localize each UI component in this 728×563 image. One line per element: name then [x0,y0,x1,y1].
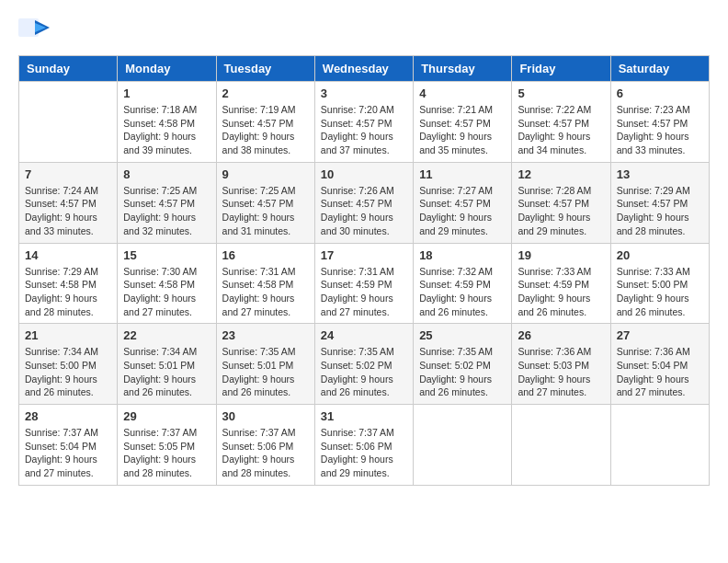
day-info: Sunrise: 7:21 AMSunset: 4:57 PMDaylight:… [419,103,506,157]
day-header-thursday: Thursday [414,56,512,82]
day-info: Sunrise: 7:37 AMSunset: 5:06 PMDaylight:… [321,426,407,480]
calendar-header-row: SundayMondayTuesdayWednesdayThursdayFrid… [19,56,710,82]
calendar-cell: 14Sunrise: 7:29 AMSunset: 4:58 PMDayligh… [19,243,118,324]
day-info: Sunrise: 7:26 AMSunset: 4:57 PMDaylight:… [321,184,407,238]
calendar-cell: 19Sunrise: 7:33 AMSunset: 4:59 PMDayligh… [512,243,610,324]
day-info: Sunrise: 7:22 AMSunset: 4:57 PMDaylight:… [518,103,604,157]
day-info: Sunrise: 7:19 AMSunset: 4:57 PMDaylight:… [222,103,309,157]
calendar-cell: 1Sunrise: 7:18 AMSunset: 4:58 PMDaylight… [118,82,216,163]
day-number: 1 [123,86,210,100]
day-number: 16 [222,248,309,262]
calendar-cell: 28Sunrise: 7:37 AMSunset: 5:04 PMDayligh… [19,405,118,486]
calendar-cell: 11Sunrise: 7:27 AMSunset: 4:57 PMDayligh… [414,162,512,243]
day-info: Sunrise: 7:35 AMSunset: 5:01 PMDaylight:… [222,345,309,399]
day-info: Sunrise: 7:23 AMSunset: 4:57 PMDaylight:… [617,103,703,157]
calendar-cell: 22Sunrise: 7:34 AMSunset: 5:01 PMDayligh… [118,324,216,405]
page-header [18,18,710,46]
day-header-tuesday: Tuesday [216,56,314,82]
day-number: 25 [419,328,506,342]
calendar-week-row: 7Sunrise: 7:24 AMSunset: 4:57 PMDaylight… [19,162,710,243]
day-header-wednesday: Wednesday [314,56,413,82]
calendar-table: SundayMondayTuesdayWednesdayThursdayFrid… [18,55,710,486]
day-number: 4 [419,86,506,100]
calendar-week-row: 14Sunrise: 7:29 AMSunset: 4:58 PMDayligh… [19,243,710,324]
day-number: 9 [222,167,309,181]
day-number: 15 [123,248,210,262]
calendar-cell: 24Sunrise: 7:35 AMSunset: 5:02 PMDayligh… [314,324,413,405]
day-info: Sunrise: 7:37 AMSunset: 5:04 PMDaylight:… [25,426,111,480]
calendar-cell: 2Sunrise: 7:19 AMSunset: 4:57 PMDaylight… [216,82,314,163]
calendar-week-row: 28Sunrise: 7:37 AMSunset: 5:04 PMDayligh… [19,405,710,486]
calendar-cell: 25Sunrise: 7:35 AMSunset: 5:02 PMDayligh… [414,324,512,405]
day-number: 31 [321,409,407,423]
day-header-saturday: Saturday [610,56,709,82]
day-info: Sunrise: 7:29 AMSunset: 4:58 PMDaylight:… [25,265,111,319]
day-info: Sunrise: 7:25 AMSunset: 4:57 PMDaylight:… [222,184,309,238]
day-number: 26 [518,328,604,342]
calendar-cell: 4Sunrise: 7:21 AMSunset: 4:57 PMDaylight… [414,82,512,163]
day-info: Sunrise: 7:35 AMSunset: 5:02 PMDaylight:… [419,345,506,399]
day-number: 2 [222,86,309,100]
calendar-cell: 26Sunrise: 7:36 AMSunset: 5:03 PMDayligh… [512,324,610,405]
day-number: 24 [321,328,407,342]
calendar-cell: 5Sunrise: 7:22 AMSunset: 4:57 PMDaylight… [512,82,610,163]
day-info: Sunrise: 7:29 AMSunset: 4:57 PMDaylight:… [617,184,703,238]
calendar-cell [414,405,512,486]
day-info: Sunrise: 7:28 AMSunset: 4:57 PMDaylight:… [518,184,604,238]
day-info: Sunrise: 7:31 AMSunset: 4:58 PMDaylight:… [222,265,309,319]
day-info: Sunrise: 7:25 AMSunset: 4:57 PMDaylight:… [123,184,210,238]
calendar-cell: 3Sunrise: 7:20 AMSunset: 4:57 PMDaylight… [314,82,413,163]
day-header-friday: Friday [512,56,610,82]
day-number: 22 [123,328,210,342]
day-info: Sunrise: 7:37 AMSunset: 5:05 PMDaylight:… [123,426,210,480]
day-number: 30 [222,409,309,423]
day-info: Sunrise: 7:34 AMSunset: 5:00 PMDaylight:… [25,345,111,399]
day-number: 5 [518,86,604,100]
logo [18,18,55,46]
calendar-week-row: 1Sunrise: 7:18 AMSunset: 4:58 PMDaylight… [19,82,710,163]
calendar-cell: 6Sunrise: 7:23 AMSunset: 4:57 PMDaylight… [610,82,709,163]
day-info: Sunrise: 7:18 AMSunset: 4:58 PMDaylight:… [123,103,210,157]
calendar-cell: 17Sunrise: 7:31 AMSunset: 4:59 PMDayligh… [314,243,413,324]
calendar-cell: 8Sunrise: 7:25 AMSunset: 4:57 PMDaylight… [118,162,216,243]
day-number: 28 [25,409,111,423]
calendar-cell: 29Sunrise: 7:37 AMSunset: 5:05 PMDayligh… [118,405,216,486]
calendar-cell: 15Sunrise: 7:30 AMSunset: 4:58 PMDayligh… [118,243,216,324]
day-number: 3 [321,86,407,100]
day-number: 7 [25,167,111,181]
day-info: Sunrise: 7:24 AMSunset: 4:57 PMDaylight:… [25,184,111,238]
day-info: Sunrise: 7:30 AMSunset: 4:58 PMDaylight:… [123,265,210,319]
day-info: Sunrise: 7:34 AMSunset: 5:01 PMDaylight:… [123,345,210,399]
day-number: 13 [617,167,703,181]
calendar-cell: 31Sunrise: 7:37 AMSunset: 5:06 PMDayligh… [314,405,413,486]
day-number: 11 [419,167,506,181]
calendar-cell: 13Sunrise: 7:29 AMSunset: 4:57 PMDayligh… [610,162,709,243]
day-info: Sunrise: 7:32 AMSunset: 4:59 PMDaylight:… [419,265,506,319]
day-info: Sunrise: 7:36 AMSunset: 5:04 PMDaylight:… [617,345,703,399]
day-number: 10 [321,167,407,181]
day-number: 29 [123,409,210,423]
day-info: Sunrise: 7:20 AMSunset: 4:57 PMDaylight:… [321,103,407,157]
day-number: 20 [617,248,703,262]
calendar-cell: 16Sunrise: 7:31 AMSunset: 4:58 PMDayligh… [216,243,314,324]
calendar-cell: 9Sunrise: 7:25 AMSunset: 4:57 PMDaylight… [216,162,314,243]
day-info: Sunrise: 7:27 AMSunset: 4:57 PMDaylight:… [419,184,506,238]
calendar-cell: 10Sunrise: 7:26 AMSunset: 4:57 PMDayligh… [314,162,413,243]
calendar-cell: 18Sunrise: 7:32 AMSunset: 4:59 PMDayligh… [414,243,512,324]
calendar-cell [19,82,118,163]
day-number: 18 [419,248,506,262]
calendar-week-row: 21Sunrise: 7:34 AMSunset: 5:00 PMDayligh… [19,324,710,405]
calendar-cell: 23Sunrise: 7:35 AMSunset: 5:01 PMDayligh… [216,324,314,405]
calendar-cell: 7Sunrise: 7:24 AMSunset: 4:57 PMDaylight… [19,162,118,243]
day-number: 8 [123,167,210,181]
day-info: Sunrise: 7:35 AMSunset: 5:02 PMDaylight:… [321,345,407,399]
day-number: 12 [518,167,604,181]
day-number: 21 [25,328,111,342]
day-number: 19 [518,248,604,262]
day-header-sunday: Sunday [19,56,118,82]
day-number: 14 [25,248,111,262]
day-number: 23 [222,328,309,342]
day-number: 27 [617,328,703,342]
day-info: Sunrise: 7:37 AMSunset: 5:06 PMDaylight:… [222,426,309,480]
day-header-monday: Monday [118,56,216,82]
